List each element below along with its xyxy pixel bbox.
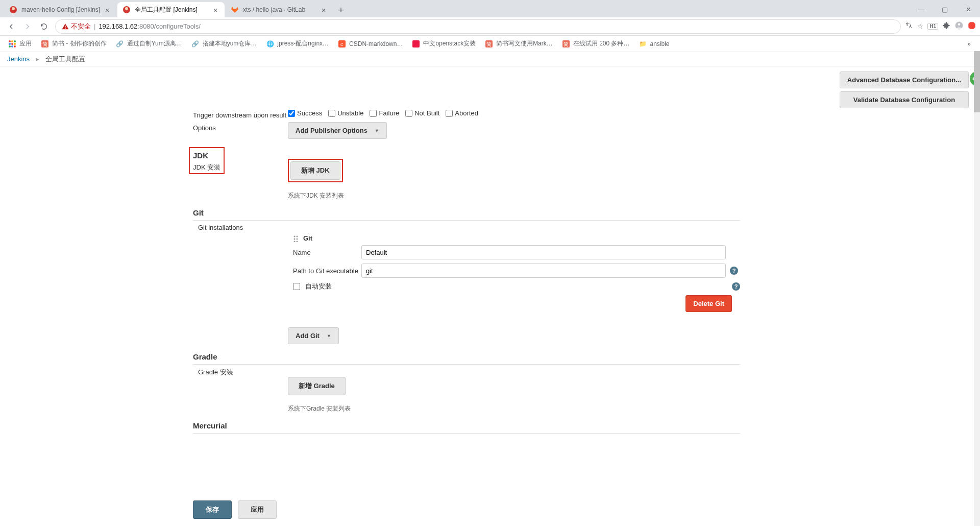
help-icon[interactable]: ?: [730, 267, 738, 275]
minimize-button[interactable]: ―: [910, 1, 933, 17]
bookmark-item[interactable]: 🔗通过自制Yum源离…: [113, 39, 185, 48]
gitlab-icon: [231, 6, 239, 14]
bookmark-item[interactable]: 中文openstack安装: [409, 39, 479, 48]
scrollbar-thumb[interactable]: [974, 51, 980, 112]
address-bar[interactable]: 不安全 | 192.168.1.62 :8080 /configureTools…: [55, 19, 901, 34]
maximize-button[interactable]: ▢: [933, 1, 957, 17]
save-button[interactable]: 保存: [193, 500, 232, 519]
apps-icon: [8, 40, 16, 48]
profile-icon[interactable]: [954, 21, 964, 32]
breadcrumb: Jenkins ▸ 全局工具配置: [0, 52, 980, 66]
address-bar-row: 不安全 | 192.168.1.62 :8080 /configureTools…: [0, 17, 980, 36]
link-icon: 🔗: [191, 40, 200, 48]
bottom-action-bar: 保存 应用: [193, 493, 980, 526]
extensions-icon[interactable]: [942, 21, 950, 31]
trigger-aborted-checkbox[interactable]: Aborted: [446, 109, 478, 117]
advanced-db-config-button[interactable]: Advanced Database Configuration...: [840, 71, 969, 88]
git-path-input[interactable]: [361, 264, 726, 278]
svg-point-17: [14, 45, 16, 47]
svg-marker-8: [968, 22, 975, 29]
globe-icon: 🌐: [266, 40, 274, 48]
star-icon[interactable]: ☆: [917, 22, 923, 30]
bookmark-item[interactable]: 🌐jpress-配合nginx…: [263, 39, 332, 48]
close-icon[interactable]: ×: [103, 6, 111, 14]
svg-point-27: [294, 235, 296, 237]
bookmarks-overflow[interactable]: »: [963, 40, 975, 47]
reload-button[interactable]: [37, 19, 51, 34]
browser-tab-active[interactable]: 全局工具配置 [Jenkins] ×: [117, 2, 225, 17]
vertical-scrollbar[interactable]: [974, 51, 980, 526]
close-window-button[interactable]: ✕: [957, 1, 980, 17]
jianshu-icon: 简: [485, 40, 493, 48]
trigger-label: Trigger downstream upon result: [193, 109, 288, 119]
gradle-section-header: Gradle: [193, 352, 740, 365]
svg-point-29: [294, 238, 296, 240]
gradle-helper-text: 系统下Gradle 安装列表: [288, 404, 351, 413]
back-button[interactable]: [4, 19, 18, 34]
svg-point-12: [9, 43, 11, 45]
bookmark-item[interactable]: 简简书写文使用Mark…: [482, 39, 556, 48]
new-tab-button[interactable]: +: [334, 3, 348, 17]
drag-handle-icon[interactable]: [293, 235, 300, 242]
apps-button[interactable]: 应用: [5, 39, 35, 48]
svg-point-7: [958, 23, 961, 26]
svg-point-31: [294, 241, 296, 242]
svg-text:简: 简: [42, 41, 47, 47]
svg-point-16: [11, 45, 13, 47]
gradle-install-label: Gradle 安装: [193, 366, 740, 377]
svg-rect-5: [65, 28, 65, 28]
svg-point-30: [297, 238, 298, 240]
top-button-group: Advanced Database Configuration... Valid…: [840, 71, 969, 108]
git-tool-name: Git: [303, 234, 312, 242]
adblock-icon[interactable]: [968, 21, 976, 31]
svg-point-10: [11, 40, 13, 42]
tab-title: 全局工具配置 [Jenkins]: [135, 6, 208, 14]
translate-icon[interactable]: [905, 21, 913, 31]
git-path-label: Path to Git executable: [293, 267, 361, 275]
bookmark-item[interactable]: 📁ansible: [636, 40, 673, 48]
mercurial-section-header: Mercurial: [193, 421, 740, 434]
delete-git-button[interactable]: Delete Git: [685, 295, 732, 312]
apps-label: 应用: [19, 39, 32, 48]
page-content: Advanced Database Configuration... Valid…: [0, 66, 980, 526]
bookmark-item[interactable]: 简简书 - 创作你的创作: [38, 39, 110, 48]
bookmark-item[interactable]: CCSDN-markdown…: [335, 40, 406, 48]
forward-button[interactable]: [20, 19, 35, 34]
svg-text:简: 简: [564, 41, 569, 47]
svg-point-13: [11, 43, 13, 45]
bookmark-item[interactable]: 🔗搭建本地yum仓库…: [188, 39, 260, 48]
add-git-button[interactable]: Add Git: [288, 327, 339, 344]
trigger-failure-checkbox[interactable]: Failure: [370, 109, 399, 117]
apply-button[interactable]: 应用: [238, 500, 277, 519]
git-name-input[interactable]: [361, 245, 726, 259]
svg-point-14: [14, 43, 16, 45]
svg-point-15: [9, 45, 11, 47]
extension-badge[interactable]: H1: [927, 23, 938, 30]
help-icon[interactable]: ?: [732, 282, 740, 291]
trigger-notbuilt-checkbox[interactable]: Not Built: [405, 109, 439, 117]
window-controls: ― ▢ ✕: [910, 1, 980, 17]
close-icon[interactable]: ×: [320, 6, 328, 14]
close-icon[interactable]: ×: [211, 6, 219, 14]
git-installations-label: Git installations: [193, 222, 740, 231]
svg-point-1: [12, 7, 15, 10]
add-publisher-options-button[interactable]: Add Publisher Options: [288, 122, 387, 139]
jdk-install-label: JDK 安装: [191, 161, 220, 172]
add-jdk-button[interactable]: 新增 JDK: [290, 161, 340, 180]
bookmark-item[interactable]: 简在线试用 200 多种…: [559, 39, 633, 48]
options-label: Options: [193, 122, 288, 132]
jianshu-icon: 简: [41, 40, 49, 48]
breadcrumb-root[interactable]: Jenkins: [7, 55, 30, 63]
jenkins-icon: [9, 6, 17, 14]
trigger-success-checkbox[interactable]: Success: [288, 109, 322, 117]
auto-install-checkbox[interactable]: 自动安装: [293, 282, 332, 291]
breadcrumb-current: 全局工具配置: [45, 55, 85, 64]
svg-point-28: [297, 235, 298, 237]
browser-tab[interactable]: xts / hello-java · GitLab ×: [226, 2, 333, 17]
add-gradle-button[interactable]: 新增 Gradle: [288, 377, 346, 395]
validate-db-config-button[interactable]: Validate Database Configuration: [840, 91, 969, 108]
browser-tab[interactable]: maven-hello Config [Jenkins] ×: [4, 2, 116, 17]
trigger-unstable-checkbox[interactable]: Unstable: [328, 109, 363, 117]
jenkins-icon: [122, 6, 131, 14]
svg-text:C: C: [340, 42, 344, 47]
